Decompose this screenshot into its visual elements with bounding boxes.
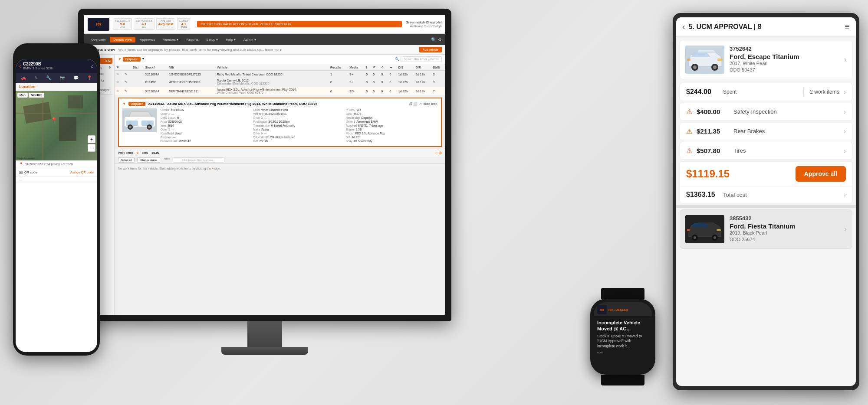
spent-row[interactable]: $244.00 Spent 2 work items › — [680, 83, 852, 101]
total-cost-row[interactable]: $1363.15 Total cost › — [680, 186, 852, 203]
work-item-chevron-safety[interactable]: › — [844, 108, 846, 116]
watch-dealer-label: RR - DEALER — [608, 308, 628, 311]
nav-details-view[interactable]: Details view — [110, 37, 135, 42]
warning-icon-brakes: ⚠ — [686, 127, 692, 135]
app-promo-banner: INTRODUCING RAPID RECON'S DIGITAL VEHICL… — [197, 21, 402, 27]
monitor-stand-base — [221, 347, 308, 355]
vehicle-make-model-2: Ford, Fiesta Titanium — [730, 222, 795, 230]
nav-setup[interactable]: Setup ▾ — [203, 37, 221, 42]
phone-location-bar: 📍 01/20/2022 12:24 pm by Lot Tech — [16, 160, 97, 168]
map-zoom-in[interactable]: + — [88, 135, 95, 143]
svg-point-5 — [129, 126, 132, 128]
vehicle-thumbnail-1 — [685, 46, 724, 74]
details-view-info: Work items can be organized by phases; f… — [118, 48, 416, 52]
tablet-header: ‹ 5. UCM APPROVAL | 8 ≡ — [676, 17, 856, 36]
nav-reports[interactable]: Reports — [183, 37, 202, 42]
spent-label: Spent — [723, 89, 797, 95]
stat-t2l-goal: T2L Goal 1.9 5.8 +2% — [113, 18, 132, 30]
phone-back-button[interactable]: ‹ — [19, 62, 21, 69]
vehicle-stock-2: 3855432 — [730, 215, 795, 222]
phone-map[interactable]: Map Satellite 📍 + − Google Arrowhead — [16, 91, 97, 160]
vehicle-details-2: 2019, Black Pearl ODO 25674 — [730, 230, 795, 243]
vehicle-card-1[interactable]: 3752642 Ford, Escape Titanium 2017, Whit… — [680, 40, 852, 79]
vd-content: Stock#X211094A ColorWhite Diamond Pearl … — [122, 108, 437, 143]
svg-point-10 — [693, 65, 697, 69]
vehicle-info-2: 3855432 Ford, Fiesta Titanium 2019, Blac… — [730, 215, 795, 243]
svg-rect-21 — [687, 229, 690, 231]
nav-approvals[interactable]: Approvals — [136, 37, 159, 42]
phone-nav-car[interactable]: 🚗 — [20, 75, 27, 81]
table-row[interactable]: ☆ ✎ X211094A 5FRYD4H2EE001991 Acura MDX … — [115, 87, 445, 96]
phone-nav-chat[interactable]: 💬 — [72, 75, 79, 81]
phone-nav-wrench[interactable]: 🔧 — [45, 75, 52, 81]
table-row[interactable]: ☆ ✎ P1145C 4T1BF1FK7CU585383 Toyota Camr… — [115, 78, 445, 87]
work-item-safety[interactable]: ⚠ $400.00 Safety Inspection › — [680, 103, 852, 121]
watch-body-text: Incomplete Vehicle Moved @ AG... Stock #… — [594, 316, 652, 357]
assign-qr-button[interactable]: Assign QR code — [70, 170, 94, 174]
phone-home-icon[interactable]: ⌂ — [91, 64, 94, 69]
nav-search-area: 🔍 ⚙ — [431, 37, 442, 42]
app-main-content: ▼ Dispatch 7 🔍 Search this list of vehic… — [115, 55, 445, 315]
col-dis2: DIS — [397, 64, 414, 71]
nav-overview[interactable]: Overview — [88, 37, 109, 42]
svg-point-19 — [713, 236, 716, 239]
watch-notification-message: Stock # X22427B moved to "UCM Approval" … — [597, 334, 648, 349]
phone-nav-camera[interactable]: 📷 — [59, 75, 66, 81]
phase-filter[interactable]: Click here to filter by phase... — [173, 157, 224, 163]
work-item-chevron-brakes[interactable]: › — [844, 127, 846, 135]
select-all-button[interactable]: Select all — [118, 157, 135, 163]
vin-1[interactable]: 1G4DC5E33GF227123 — [168, 71, 215, 78]
nav-vendors[interactable]: Vendors ▾ — [160, 37, 182, 42]
map-tab-satellite[interactable]: Satellite — [29, 93, 45, 98]
vehicle-info-1: 3752642 Ford, Escape Titanium 2017, Whit… — [730, 46, 799, 74]
monitor: RR T2L Goal 1.9 5.8 +2% ADR Goal 6.8 4.1… — [78, 9, 451, 364]
stock-x211094a[interactable]: X211094A — [143, 87, 167, 96]
stock-p1145c[interactable]: P1145C — [143, 78, 167, 87]
col-vin: VIN — [168, 64, 215, 71]
vin-3[interactable]: 5FRYD4H2EE001991 — [168, 87, 215, 96]
work-item-chevron-tires[interactable]: › — [844, 147, 846, 155]
map-tab-map[interactable]: Map — [17, 93, 28, 98]
phone-nav-pin[interactable]: 📍 — [86, 75, 93, 81]
stat-l32: L32 5.5 4.1 $529 — [177, 18, 190, 30]
spent-amount: $244.00 — [686, 88, 719, 96]
search-button[interactable]: 🔍 — [431, 37, 436, 42]
svg-point-12 — [713, 65, 717, 69]
table-row[interactable]: ☆ ✎ X211097A 1G4DC5E33GF227123 Ruby Red … — [115, 71, 445, 78]
map-zoom-out[interactable]: − — [88, 144, 95, 152]
monitor-stand-neck — [247, 321, 282, 347]
work-item-brakes[interactable]: ⚠ $211.35 Rear Brakes › — [680, 122, 852, 140]
tablet-device: ‹ 5. UCM APPROVAL | 8 ≡ — [673, 13, 859, 390]
add-vehicle-button[interactable]: Add vehicle — [419, 47, 442, 52]
change-status-button[interactable]: Change status — [137, 157, 160, 163]
watch-header: RR RR - DEALER — [594, 302, 652, 316]
vin-2[interactable]: 4T1BF1FK7CU585383 — [168, 78, 215, 87]
stock-x211097a[interactable]: X211097A — [143, 71, 167, 78]
tablet-menu-button[interactable]: ≡ — [845, 22, 850, 32]
work-items-bar: Work items 0 Total $0.00 + ⊕ — [115, 149, 445, 157]
vehicle-card-2[interactable]: 3855432 Ford, Fiesta Titanium 2019, Blac… — [680, 209, 852, 249]
work-item-amount-tires: $507.80 — [697, 147, 729, 154]
total-cost-chevron[interactable]: › — [844, 191, 846, 199]
nav-help[interactable]: Help ▾ — [222, 37, 239, 42]
nav-admin[interactable]: Admin ▾ — [240, 37, 260, 42]
phone-nav-pencil[interactable]: ✎ — [33, 75, 39, 81]
svg-point-17 — [694, 236, 696, 239]
work-item-tires[interactable]: ⚠ $507.80 Tires › — [680, 142, 852, 160]
spent-row-chevron[interactable]: › — [844, 88, 846, 96]
vehicle-chevron-1[interactable]: › — [844, 46, 847, 74]
logo-text: RR — [96, 22, 101, 26]
approve-all-button[interactable]: Approve all — [796, 166, 846, 182]
tablet-back-button[interactable]: ‹ — [682, 22, 685, 32]
settings-button[interactable]: ⚙ — [438, 37, 442, 42]
vehicle-chevron-2[interactable]: › — [844, 215, 847, 243]
phone-screen: ‹ C22290B BMW 3 Series 328i ⌂ 🚗 ✎ 🔧 📷 💬 … — [16, 59, 97, 352]
watch-band-top — [601, 288, 644, 299]
phone-location-title: Location — [16, 83, 97, 91]
map-satellite-view: Map Satellite 📍 + − Google Arrowhead — [16, 91, 97, 160]
col-recalls: Recalls — [329, 64, 348, 71]
phone-action-icons: ⌂ — [91, 64, 94, 69]
location-pin-icon: 📍 — [19, 162, 23, 166]
dispatch-search[interactable]: Search this list of vehicles — [401, 56, 442, 62]
map-location-pin: 📍 — [50, 117, 58, 124]
